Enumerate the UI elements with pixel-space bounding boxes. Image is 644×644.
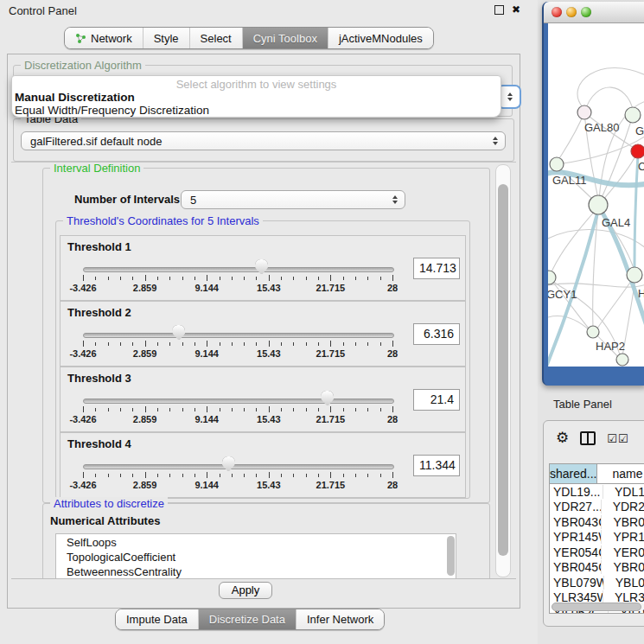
thresholds-group-title: Threshold's Coordinates for 5 Intervals — [63, 214, 263, 227]
table-hscrollbar[interactable] — [552, 603, 644, 611]
table-row[interactable]: YDL19...YDL1 — [550, 484, 644, 500]
network-node-gal11[interactable] — [550, 157, 564, 171]
tab-network[interactable]: Network — [65, 28, 143, 48]
network-node-gal80[interactable] — [577, 105, 591, 119]
minimize-traffic-light-icon[interactable] — [566, 7, 577, 17]
slider-ticks — [83, 406, 392, 413]
cell-name: YBL0 — [604, 576, 644, 590]
zoom-traffic-light-icon[interactable] — [581, 7, 591, 17]
network-canvas[interactable]: GAL80GACGAL11GAL4HGCY1HAP2 — [548, 23, 644, 367]
node-label-gal4: GAL4 — [602, 216, 630, 229]
network-node-gal4[interactable] — [589, 195, 608, 214]
close-window-icon[interactable]: ✖ — [512, 4, 520, 15]
gear-icon[interactable]: ⚙ — [556, 430, 569, 447]
cell-name: YPR1 — [602, 530, 644, 544]
settings-scrollbar[interactable] — [495, 164, 511, 577]
network-node-h[interactable] — [627, 267, 642, 283]
network-node[interactable] — [616, 354, 628, 366]
network-node-hap2[interactable] — [587, 326, 599, 338]
column-header-shared-name[interactable]: shared... — [550, 464, 597, 483]
close-traffic-light-icon[interactable] — [552, 7, 562, 17]
tab-style[interactable]: Style — [143, 28, 189, 48]
attribute-item-topologicalcoefficient[interactable]: TopologicalCoefficient — [56, 551, 456, 564]
app-root: Control Panel ✖ NetworkStyleSelectCyni T… — [0, 0, 644, 644]
column-layout-icon[interactable] — [580, 431, 596, 445]
cell-shared-name: YDL19... — [550, 485, 603, 499]
threshold-1-slider-track[interactable] — [83, 267, 394, 272]
cell-shared-name: YBR045C — [550, 560, 602, 574]
combo-stepper-icon — [507, 92, 513, 101]
table-row[interactable]: YPR145WYPR1 — [550, 530, 644, 545]
threshold-2-slider-track[interactable] — [83, 333, 394, 338]
slider-tick-labels: -3.4262.8599.14415.4321.71528 — [83, 480, 392, 492]
apply-button[interactable]: Apply — [219, 582, 272, 599]
attribute-item-selfloops[interactable]: SelfLoops — [56, 536, 456, 549]
popup-placeholder: Select algorithm to view settings — [12, 78, 501, 91]
bottom-tab-infer-network[interactable]: Infer Network — [296, 609, 384, 629]
threshold-4-panel: Threshold 4-3.4262.8599.14415.4321.71528… — [60, 432, 466, 498]
network-icon — [75, 33, 86, 44]
float-window-icon[interactable] — [494, 5, 504, 15]
table-data-combobox[interactable]: galFiltered.sif default node — [21, 131, 506, 150]
node-label-gcy1: GCY1 — [548, 288, 577, 301]
threshold-label: Threshold 4 — [67, 437, 131, 450]
tab-select[interactable]: Select — [189, 28, 242, 48]
cyni-toolbox-panel: Discretization Algorithm Table Data galF… — [7, 54, 520, 609]
discretization-algorithm-title: Discretization Algorithm — [21, 59, 145, 72]
tab-cyni-toolbox[interactable]: Cyni Toolbox — [242, 28, 328, 48]
numerical-attributes-list[interactable]: SelfLoopsTopologicalCoefficientBetweenne… — [55, 533, 456, 579]
node-label-h: H — [638, 287, 644, 300]
network-window: GAL80GACGAL11GAL4HGCY1HAP2 — [542, 2, 644, 386]
cell-shared-name: YBL079W — [550, 576, 604, 590]
attributes-group: Attributes to discretize Numerical Attri… — [42, 503, 490, 579]
thresholds-group: Threshold's Coordinates for 5 Intervals … — [55, 220, 470, 499]
network-node-c[interactable] — [631, 144, 644, 158]
list-scrollbar[interactable] — [447, 536, 455, 576]
settings-scroll-area: Interval Definition Number of Intervals … — [11, 162, 516, 579]
checkbox-select-all-icon[interactable]: ☑ — [618, 432, 628, 445]
threshold-2-value-field[interactable]: 6.316 — [413, 323, 460, 345]
checkbox-select-icon[interactable]: ☑ — [607, 432, 617, 445]
tab-label: jActiveMNodules — [339, 32, 423, 45]
slider-tick-labels: -3.4262.8599.14415.4321.71528 — [83, 348, 392, 360]
cell-shared-name: YPR145W — [550, 530, 602, 544]
slider-tick-labels: -3.4262.8599.14415.4321.71528 — [83, 283, 392, 295]
threshold-4-slider-track[interactable] — [83, 464, 394, 469]
table-row[interactable]: YBR045CYBR0 — [550, 560, 644, 576]
node-table: shared... name YDL19...YDL1YDR27...YDR2Y… — [549, 463, 644, 614]
slider-ticks — [83, 275, 392, 282]
attribute-item-betweennesscentrality[interactable]: BetweennessCentrality — [56, 565, 456, 578]
window-buttons: ✖ — [494, 4, 520, 15]
threshold-1-value-field[interactable]: 14.713 — [413, 258, 460, 279]
algorithm-option-equal-width-frequency-discretization[interactable]: Equal Width/Frequency Discretization — [12, 104, 501, 117]
table-row[interactable]: YDR27...YDR2 — [550, 500, 644, 515]
table-panel-toolbar: ⚙ ☑ ☑ — [556, 430, 628, 447]
cell-shared-name: YDR27... — [550, 500, 602, 513]
threshold-3-panel: Threshold 3-3.4262.8599.14415.4321.71528… — [60, 367, 466, 432]
settings-scrollbar-thumb[interactable] — [498, 184, 508, 556]
interval-definition-title: Interval Definition — [50, 162, 143, 175]
cell-name: YER0 — [602, 545, 644, 559]
tab-label: Cyni Toolbox — [253, 32, 317, 45]
column-header-name[interactable]: name — [597, 464, 644, 483]
bottom-tab-label: Infer Network — [307, 613, 373, 626]
threshold-4-value-field[interactable]: 11.344 — [413, 455, 460, 476]
bottom-tab-impute-data[interactable]: Impute Data — [116, 609, 198, 629]
bottom-tab-label: Discretize Data — [209, 613, 285, 626]
network-window-titlebar[interactable] — [544, 2, 644, 23]
threshold-3-value-field[interactable]: 21.4 — [413, 389, 460, 411]
tab-jactivemnodules[interactable]: jActiveMNodules — [328, 28, 433, 48]
cell-name: YDL1 — [603, 485, 644, 499]
threshold-3-slider-track[interactable] — [83, 399, 394, 404]
bottom-tab-discretize-data[interactable]: Discretize Data — [198, 609, 296, 629]
table-row[interactable]: YER054CYER0 — [550, 545, 644, 560]
table-row[interactable]: YBL079WYBL0 — [550, 575, 644, 590]
table-row[interactable]: YBR043CYBR0 — [550, 514, 644, 530]
algorithm-option-manual-discretization[interactable]: Manual Discretization — [12, 91, 501, 104]
number-of-intervals-combobox[interactable]: 5 — [181, 190, 405, 209]
slider-ticks — [83, 341, 392, 348]
table-hscrollbar-thumb[interactable] — [552, 603, 641, 611]
network-node-ga[interactable] — [625, 107, 641, 123]
attributes-group-title: Attributes to discretize — [50, 497, 168, 510]
control-panel-title: Control Panel — [9, 4, 77, 17]
